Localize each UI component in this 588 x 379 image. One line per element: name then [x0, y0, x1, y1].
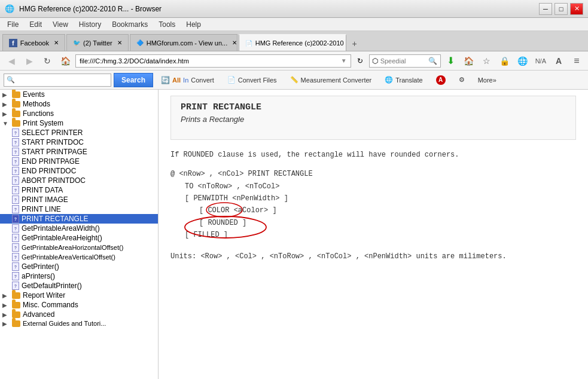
settings-icon: ⚙: [459, 76, 465, 84]
forward-button[interactable]: ▶: [22, 54, 37, 68]
refresh-button[interactable]: ↻: [39, 54, 55, 68]
close-button[interactable]: ✕: [570, 3, 583, 15]
security-icon[interactable]: 🔒: [497, 54, 513, 68]
getprintableareahoffset-doc-icon: ?: [12, 243, 19, 252]
toolbar-settings[interactable]: ⚙: [453, 73, 470, 87]
menu-history[interactable]: History: [74, 19, 106, 30]
toolbar-convertfiles[interactable]: 📄 Convert Files: [222, 73, 282, 87]
new-tab-button[interactable]: +: [348, 36, 362, 51]
methods-toggle[interactable]: ▶: [2, 101, 12, 108]
sidebar-item-printrectangle[interactable]: ? PRINT RECTANGLE: [0, 214, 158, 224]
sidebar-item-getdefaultprinter[interactable]: ? GetDefaultPrinter(): [0, 281, 158, 291]
sidebar-item-startprintpage[interactable]: ? START PRINTPAGE: [0, 147, 158, 157]
syntax-block: @ <nRow> , <nCol> PRINT RECTANGLE TO <nT…: [170, 168, 576, 241]
sidebar-item-printimage[interactable]: ? PRINT IMAGE: [0, 195, 158, 204]
sidebar-item-advanced[interactable]: ▶ Advanced: [0, 310, 158, 319]
title-bar: 🌐 HMG Reference (c)2002-2010 R... - Brow…: [0, 0, 588, 18]
getdefaultprinter-doc-icon: ?: [12, 282, 19, 290]
menu-help[interactable]: Help: [181, 19, 206, 30]
sidebar-item-printsystem[interactable]: ▼ Print System: [0, 118, 158, 128]
menu-bookmarks[interactable]: Bookmarks: [107, 19, 153, 30]
sidebar-item-getprinter[interactable]: ? GetPrinter(): [0, 262, 158, 271]
advanced-toggle[interactable]: ▶: [2, 311, 12, 318]
title-bar-text: HMG Reference (c)2002-2010 R... - Browse…: [19, 5, 162, 13]
globe-icon[interactable]: 🌐: [515, 54, 531, 68]
sidebar-item-printline[interactable]: ? PRINT LINE: [0, 204, 158, 214]
sidebar-item-methods[interactable]: ▶ Methods: [0, 99, 158, 109]
toolbar-translate[interactable]: 🌐 Translate: [379, 73, 428, 87]
command-subtitle: Prints a Rectangle: [181, 115, 566, 124]
endprintpage-label: END PRINTPAGE: [22, 157, 80, 166]
sidebar-item-misccommands[interactable]: ▶ Misc. Commands: [0, 300, 158, 310]
tab-twitter-close[interactable]: ✕: [117, 39, 122, 46]
sidebar-item-getprintableareaheight[interactable]: ? GetPrintableAreaHeight(): [0, 233, 158, 243]
externalguides-toggle[interactable]: ▶: [2, 320, 12, 327]
toolbar-allinone[interactable]: 🔄 AllInConvert: [156, 73, 220, 87]
search-bar[interactable]: ⬡ 🔍: [369, 54, 441, 68]
functions-folder-icon: [12, 111, 20, 117]
sidebar-item-startprintdoc[interactable]: ? START PRINTDOC: [0, 137, 158, 147]
back-button[interactable]: ◀: [4, 54, 19, 68]
home-button[interactable]: 🏠: [57, 54, 73, 68]
sidebar-item-selectprinter[interactable]: ? SELECT PRINTER: [0, 128, 158, 137]
toolbar-search-input[interactable]: [16, 77, 100, 84]
sidebar-item-abortprintdoc[interactable]: ? ABORT PRINTDOC: [0, 176, 158, 185]
toolbar: 🔍 Search 🔄 AllInConvert 📄 Convert Files …: [0, 71, 588, 90]
methods-label: Methods: [23, 100, 50, 108]
tab-twitter[interactable]: 🐦 (2) Twitter ✕: [66, 34, 129, 51]
sidebar-item-externalguides[interactable]: ▶ External Guides and Tutori...: [0, 319, 158, 328]
tab-facebook[interactable]: f Facebook ✕: [2, 34, 65, 51]
toolbar-more[interactable]: More»: [473, 73, 502, 87]
menu-file[interactable]: File: [2, 19, 23, 30]
tab-hmgforum[interactable]: 🔷 HMGforum.com - View un... ✕: [130, 34, 237, 51]
search-go-icon[interactable]: 🔍: [428, 57, 437, 65]
menu-tools[interactable]: Tools: [154, 19, 180, 30]
sidebar-item-functions[interactable]: ▶ Functions: [0, 109, 158, 118]
tab-hmgforum-close[interactable]: ✕: [232, 39, 237, 46]
text-size-button[interactable]: A: [551, 54, 566, 68]
home-icon2[interactable]: 🏠: [461, 54, 477, 68]
menu-icon[interactable]: ≡: [569, 54, 584, 68]
content-panel: PRINT RECTANGLE Prints a Rectangle If RO…: [159, 90, 588, 379]
toolbar-search-box[interactable]: 🔍: [4, 74, 111, 87]
sidebar-item-endprintpage[interactable]: ? END PRINTPAGE: [0, 157, 158, 166]
printsystem-toggle[interactable]: ▼: [2, 120, 12, 127]
sidebar-item-getprintableareahoffset[interactable]: ? GetPrintableAreaHorizontalOffset(): [0, 243, 158, 252]
nsa-label: N/A: [533, 57, 549, 65]
speedial-icon: ⬡: [372, 57, 378, 65]
tab-twitter-label: (2) Twitter: [83, 39, 112, 47]
sidebar-item-aprinters[interactable]: ? aPrinters(): [0, 271, 158, 281]
printline-label: PRINT LINE: [22, 205, 61, 213]
minimize-button[interactable]: ─: [539, 3, 552, 15]
syntax-line-5: [ ROUNDED ]: [170, 217, 246, 229]
address-dropdown-icon[interactable]: ▼: [341, 57, 347, 64]
star-icon[interactable]: ☆: [479, 54, 495, 68]
reportwriter-folder-icon: [12, 292, 20, 299]
menu-edit[interactable]: Edit: [25, 19, 47, 30]
toolbar-ask[interactable]: A: [431, 73, 451, 87]
tab-hmgref[interactable]: 📄 HMG Reference (c)2002-2010 R... ✕: [239, 34, 346, 51]
events-toggle[interactable]: ▶: [2, 91, 12, 98]
sidebar-item-endprintdoc[interactable]: ? END PRINTDOC: [0, 166, 158, 176]
toolbar-measurement[interactable]: 📏 Measurement Converter: [285, 73, 377, 87]
sidebar-item-reportwriter[interactable]: ▶ Report Writer: [0, 291, 158, 300]
syntax-line-2: TO <nToRow> , <nToCol>: [170, 181, 576, 192]
address-bar[interactable]: file:///C:/hmg.3.2/DOC/data/index.htm ▼: [75, 54, 351, 68]
sidebar-item-events[interactable]: ▶ Events: [0, 90, 158, 99]
maximize-button[interactable]: □: [555, 3, 568, 15]
search-button[interactable]: Search: [114, 73, 153, 87]
refresh-address-button[interactable]: ↻: [354, 54, 367, 68]
sidebar-item-getprintableavoffset[interactable]: ? GetPrintableAreaVerticalOffset(): [0, 252, 158, 262]
getprintableareahoffset-label: GetPrintableAreaHorizontalOffset(): [22, 244, 123, 251]
download-icon[interactable]: ⬇: [443, 54, 459, 68]
reportwriter-toggle[interactable]: ▶: [2, 292, 12, 299]
misccommands-toggle[interactable]: ▶: [2, 302, 12, 308]
ask-icon: A: [436, 75, 446, 85]
sidebar-item-getprintableareawidth[interactable]: ? GetPrintableAreaWidth(): [0, 224, 158, 233]
menu-view[interactable]: View: [48, 19, 73, 30]
search-input[interactable]: [380, 57, 428, 65]
functions-toggle[interactable]: ▶: [2, 111, 12, 117]
sidebar-item-printdata[interactable]: ? PRINT DATA: [0, 185, 158, 195]
tab-facebook-close[interactable]: ✕: [54, 39, 59, 46]
printimage-label: PRINT IMAGE: [22, 195, 68, 204]
